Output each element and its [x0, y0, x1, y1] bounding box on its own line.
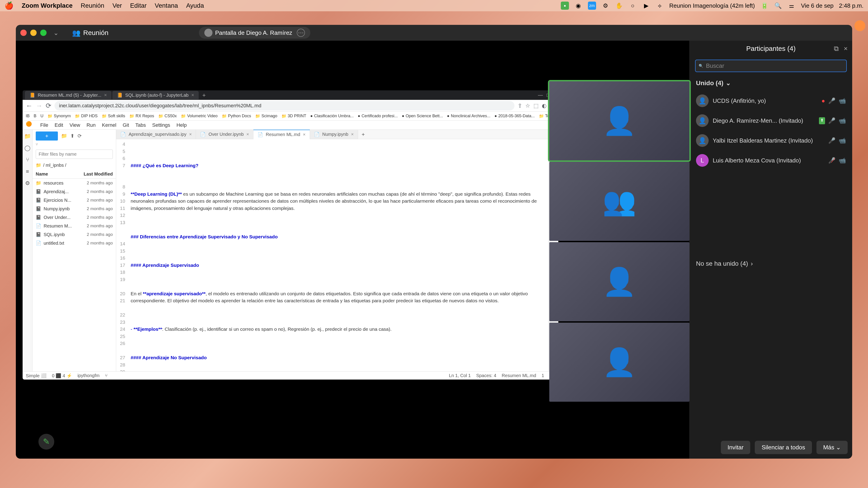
zoom-share-icon[interactable]: zm — [588, 2, 596, 10]
video-tile[interactable]: 👤 — [549, 81, 689, 160]
file-item[interactable]: 📓SQL.ipynb2 months ago — [33, 230, 116, 239]
mic-icon[interactable]: 🎤̸ — [828, 157, 835, 164]
bookmark-item[interactable]: 📁 Soft skills — [102, 113, 125, 119]
bookmark-item[interactable]: ● Nonclinical Archives... — [447, 113, 491, 119]
window-close-button[interactable] — [20, 30, 27, 36]
search-icon[interactable]: 🔍 — [774, 2, 782, 10]
app-name[interactable]: Zoom Workplace — [22, 2, 72, 9]
extension-icon[interactable]: ⬚ — [533, 103, 539, 109]
jlab-menu-view[interactable]: View — [69, 122, 80, 128]
bookmark-item[interactable]: ● 2018-05-365-Data... — [495, 113, 535, 119]
jlab-menu-settings[interactable]: Settings — [152, 122, 170, 128]
chevron-down-icon[interactable]: ⌄ — [53, 29, 59, 37]
bookmark-item[interactable]: 📁 CS50x — [158, 113, 177, 119]
menu-item-ver[interactable]: Ver — [112, 2, 122, 9]
file-item[interactable]: 📓Aprendizaj...2 months ago — [33, 187, 116, 196]
file-item[interactable]: 📄untitled.txt2 months ago — [33, 239, 116, 248]
bookmark-item[interactable]: 📁 Python Docs — [222, 113, 251, 119]
mic-icon[interactable]: 🎤 — [828, 117, 835, 124]
chrome-minimize-icon[interactable]: — — [538, 92, 543, 98]
bookmark-item[interactable]: 📁 RX Repos — [129, 113, 154, 119]
video-tile[interactable]: 👤 — [549, 323, 689, 402]
close-icon[interactable]: × — [844, 45, 848, 53]
new-folder-icon[interactable]: 📁 — [61, 133, 67, 139]
camera-icon[interactable]: 📹 — [839, 137, 846, 144]
chrome-tab[interactable]: 📙 Resumen ML.md (5) - Jupyter... × — [25, 91, 112, 99]
search-box[interactable]: 🔍 — [695, 60, 847, 72]
participant-item[interactable]: 👤Diego A. Ramírez-Men... (Invitado)⬆🎤📹 — [690, 111, 852, 131]
bookmark-item[interactable]: 📁 Synonym — [48, 113, 71, 119]
back-icon[interactable]: ← — [26, 102, 33, 109]
window-minimize-button[interactable] — [30, 30, 37, 36]
menu-item-ventana[interactable]: Ventana — [155, 2, 178, 9]
file-item[interactable]: 📄Resumen M...2 months ago — [33, 222, 116, 230]
close-icon[interactable]: × — [351, 132, 354, 137]
menubar-time[interactable]: 2:48 p.m. — [839, 2, 864, 9]
git-icon[interactable]: ⑂ — [24, 156, 31, 163]
simple-toggle[interactable]: Simple ⬜ — [26, 373, 46, 379]
folder-icon[interactable]: 📁 — [24, 133, 31, 140]
bookmark-item[interactable]: 📁 3D PRINT — [281, 113, 306, 119]
editor[interactable]: 4567891011121314151617181920212223242526… — [116, 139, 548, 371]
forward-icon[interactable]: → — [36, 102, 42, 109]
bookmark-item[interactable]: B — [34, 113, 36, 119]
jlab-menu-help[interactable]: Help — [177, 122, 187, 128]
more-button[interactable]: Más — [816, 441, 848, 454]
breadcrumb[interactable]: 📁 / ml_ipnbs / — [33, 161, 116, 170]
share-icon[interactable]: ⇪ — [518, 103, 522, 109]
bookmark-item[interactable]: ● Clasificación Umbra... — [310, 113, 354, 119]
jlab-menu-tabs[interactable]: Tabs — [135, 122, 146, 128]
record-icon[interactable]: ◉ — [575, 2, 583, 10]
editor-tab[interactable]: 📄Aprendizaje_supervisado.ipy× — [116, 130, 196, 139]
filter-input[interactable] — [36, 150, 113, 159]
star-icon[interactable]: ☆ — [525, 103, 530, 109]
upload-icon[interactable]: ⬆ — [70, 133, 74, 139]
participant-item[interactable]: 👤Yalbi Itzel Balderas Martinez (Invitado… — [690, 131, 852, 151]
bookmark-item[interactable]: ● Open Science Bett... — [402, 113, 443, 119]
camera-icon[interactable]: 📹 — [839, 97, 846, 104]
file-item[interactable]: 📁resources2 months ago — [33, 179, 116, 187]
running-icon[interactable]: ◯ — [24, 144, 31, 151]
address-bar[interactable]: iner.latam.catalystproject.2i2c.cloud/us… — [55, 101, 515, 110]
new-launcher-button[interactable]: + — [36, 131, 58, 140]
camera-icon[interactable]: 📹 — [839, 157, 846, 164]
new-tab-button[interactable]: + — [358, 130, 368, 139]
close-icon[interactable]: × — [189, 132, 192, 137]
file-item[interactable]: 📓Over Under...2 months ago — [33, 213, 116, 222]
file-item[interactable]: 📓Numpy.ipynb2 months ago — [33, 204, 116, 213]
popout-icon[interactable]: ⧉ — [834, 45, 839, 53]
participant-item[interactable]: LLuis Alberto Meza Cova (Invitado)🎤̸📹 — [690, 151, 852, 170]
menubar-date[interactable]: Vie 6 de sep — [801, 2, 834, 9]
battery-icon[interactable]: 🔋 — [761, 2, 769, 10]
hand-icon[interactable]: ✋ — [615, 2, 623, 10]
settings-icon[interactable]: ⚙ — [601, 2, 610, 10]
camera-icon[interactable]: 📹 — [839, 117, 846, 124]
bookmark-item[interactable]: 📁 Scimago — [255, 113, 277, 119]
bookmark-item[interactable]: 📁 DIP HDS — [75, 113, 98, 119]
reload-icon[interactable]: ⟳ — [46, 102, 51, 109]
close-icon[interactable]: × — [303, 132, 306, 137]
toc-icon[interactable]: ≡ — [24, 168, 31, 175]
control-center-icon[interactable]: ⚌ — [787, 2, 796, 10]
camera-icon[interactable]: ▪ — [561, 2, 569, 10]
video-tile[interactable]: 👤 — [549, 242, 689, 321]
jlab-menu-file[interactable]: File — [40, 122, 48, 128]
apple-logo-icon[interactable]: 🍎 — [4, 1, 13, 10]
mic-icon[interactable]: 🎤 — [828, 137, 835, 144]
bookmark-item[interactable]: IB — [26, 113, 30, 119]
git-status-icon[interactable]: ⑂ — [105, 373, 107, 378]
side-bubble-icon[interactable] — [855, 20, 865, 31]
jlab-menu-edit[interactable]: Edit — [55, 122, 63, 128]
not-joined-section[interactable]: No se ha unido (4) › — [690, 256, 852, 271]
jlab-menu-kernel[interactable]: Kernel — [102, 122, 116, 128]
column-name[interactable]: Name — [36, 171, 84, 177]
annotate-button[interactable]: ✎ — [38, 434, 54, 450]
code-area[interactable]: #### ¿Qué es Deep Learning? **Deep Learn… — [127, 139, 548, 371]
wifi-icon[interactable]: ⟡ — [656, 2, 664, 10]
cursor-position[interactable]: Ln 1, Col 1 — [449, 373, 471, 379]
jlab-menu-git[interactable]: Git — [123, 122, 129, 128]
search-input[interactable] — [706, 62, 843, 69]
menu-item-reunion[interactable]: Reunión — [81, 2, 104, 9]
close-icon[interactable]: × — [246, 132, 249, 137]
meeting-label[interactable]: 👥 Reunión — [72, 29, 108, 37]
